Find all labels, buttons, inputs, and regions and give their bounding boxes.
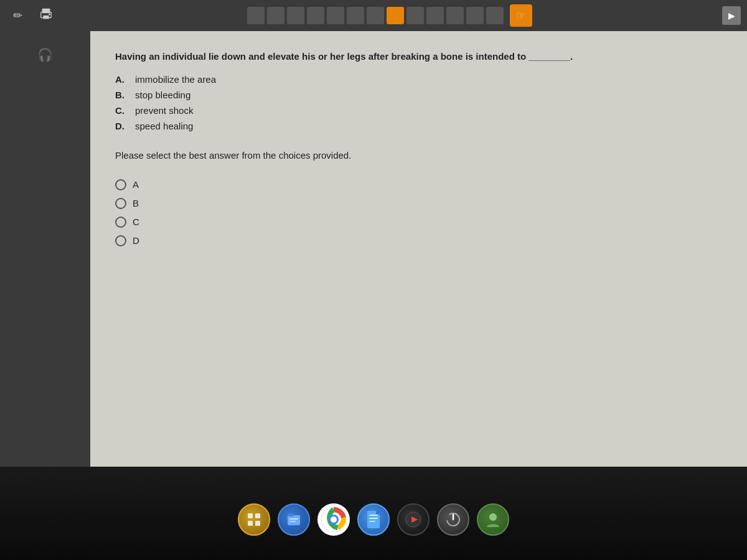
svg-point-15	[331, 516, 337, 523]
radio-circle-a[interactable]	[115, 179, 126, 190]
svg-rect-5	[255, 513, 260, 518]
svg-rect-11	[289, 521, 296, 522]
media-player-icon[interactable]	[397, 503, 430, 536]
dot-2	[267, 7, 284, 24]
dot-10	[426, 7, 444, 24]
svg-rect-20	[376, 511, 380, 515]
launcher-icon[interactable]	[238, 503, 270, 536]
radio-label-b: B	[133, 198, 139, 208]
top-toolbar: ✏ ☞ ▶	[0, 0, 747, 31]
radio-label-d: D	[133, 235, 139, 246]
question-text: Having an individual lie down and elevat…	[115, 50, 722, 64]
choice-c-text: prevent shock	[135, 105, 193, 116]
dot-3	[287, 7, 304, 24]
headphones-icon[interactable]: 🎧	[34, 44, 57, 66]
dot-12	[466, 7, 484, 24]
choices-list: A. immobilize the area B. stop bleeding …	[115, 74, 722, 131]
dot-4	[307, 7, 324, 24]
radio-label-c: C	[133, 217, 139, 227]
dot-6	[347, 7, 364, 24]
radio-option-a[interactable]: A	[115, 179, 722, 190]
radio-option-c[interactable]: C	[115, 217, 722, 228]
chrome-icon[interactable]	[317, 503, 350, 536]
svg-rect-4	[248, 513, 253, 518]
svg-rect-18	[369, 518, 378, 519]
dot-1	[247, 7, 265, 24]
cursor-icon: ☞	[516, 9, 526, 22]
pencil-icon: ✏	[13, 9, 22, 22]
svg-rect-6	[248, 521, 253, 526]
dot-11	[446, 7, 464, 24]
choice-c: C. prevent shock	[115, 105, 722, 116]
files-icon[interactable]	[278, 503, 310, 536]
svg-rect-2	[43, 15, 49, 19]
choice-a-letter: A.	[115, 74, 128, 85]
next-arrow-button[interactable]: ▶	[722, 6, 741, 25]
svg-rect-7	[255, 521, 260, 526]
dot-5	[327, 7, 344, 24]
svg-point-26	[489, 513, 497, 521]
choice-b: B. stop bleeding	[115, 90, 722, 100]
print-button[interactable]	[35, 4, 57, 27]
left-sidebar: 🎧	[0, 31, 90, 467]
dot-7	[367, 7, 384, 24]
choice-d: D. speed healing	[115, 121, 722, 131]
progress-dots	[247, 7, 504, 24]
taskbar-shelf	[238, 503, 509, 536]
choice-c-letter: C.	[115, 105, 128, 116]
taskbar	[0, 467, 747, 560]
svg-rect-19	[369, 521, 375, 522]
choice-d-text: speed healing	[135, 121, 193, 131]
choice-a-text: immobilize the area	[135, 74, 216, 85]
radio-option-d[interactable]: D	[115, 235, 722, 246]
radio-circle-d[interactable]	[115, 235, 126, 246]
docs-icon[interactable]	[357, 503, 390, 536]
cursor-button[interactable]: ☞	[510, 4, 532, 27]
choice-b-text: stop bleeding	[135, 90, 190, 100]
dot-13	[486, 7, 504, 24]
radio-circle-c[interactable]	[115, 217, 126, 228]
power-icon[interactable]	[437, 503, 469, 536]
svg-rect-0	[42, 8, 50, 12]
radio-label-a: A	[133, 179, 139, 190]
instruction-text: Please select the best answer from the c…	[115, 150, 722, 161]
choice-a: A. immobilize the area	[115, 74, 722, 85]
choice-d-letter: D.	[115, 121, 128, 131]
svg-point-3	[49, 13, 50, 15]
radio-options: A B C D	[115, 179, 722, 246]
svg-rect-8	[288, 515, 300, 525]
dot-9	[406, 7, 424, 24]
radio-circle-b[interactable]	[115, 198, 126, 209]
radio-option-b[interactable]: B	[115, 198, 722, 209]
pencil-button[interactable]: ✏	[6, 4, 29, 27]
svg-rect-17	[369, 515, 378, 516]
dot-8-active	[387, 7, 404, 24]
account-icon[interactable]	[477, 503, 509, 536]
main-content: Having an individual lie down and elevat…	[90, 31, 747, 467]
svg-rect-10	[289, 518, 298, 520]
print-icon	[39, 7, 53, 24]
choice-b-letter: B.	[115, 90, 128, 100]
svg-rect-9	[288, 514, 294, 516]
